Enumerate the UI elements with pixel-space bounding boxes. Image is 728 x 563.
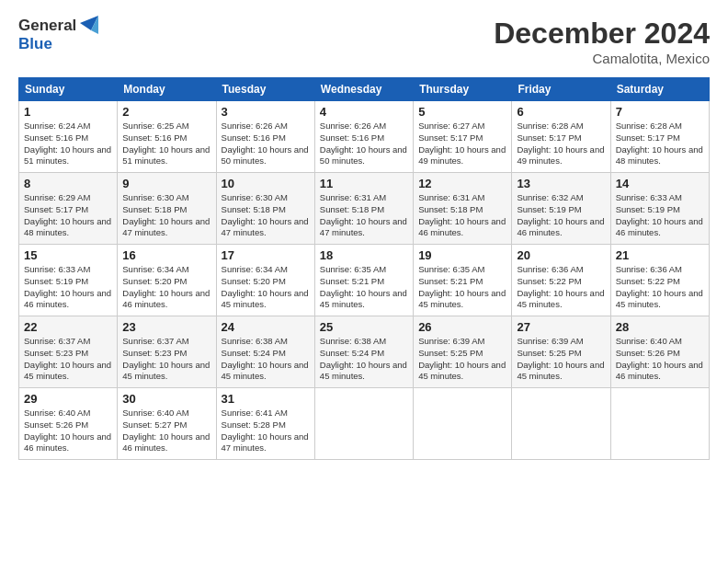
table-row: 25 Sunrise: 6:38 AMSunset: 5:24 PMDaylig… <box>314 316 413 388</box>
table-row <box>610 388 709 460</box>
calendar-week-row: 29 Sunrise: 6:40 AMSunset: 5:26 PMDaylig… <box>19 388 710 460</box>
day-info: Sunrise: 6:37 AMSunset: 5:23 PMDaylight:… <box>24 336 112 383</box>
day-number: 31 <box>222 392 310 406</box>
day-number: 12 <box>418 177 506 190</box>
table-row: 24 Sunrise: 6:38 AMSunset: 5:24 PMDaylig… <box>216 316 314 388</box>
table-row: 11 Sunrise: 6:31 AMSunset: 5:18 PMDaylig… <box>314 173 413 245</box>
day-number: 18 <box>320 248 408 262</box>
day-number: 11 <box>320 177 408 190</box>
day-number: 24 <box>222 320 310 334</box>
calendar-table: Sunday Monday Tuesday Wednesday Thursday… <box>18 77 710 460</box>
table-row <box>512 388 610 460</box>
day-info: Sunrise: 6:35 AMSunset: 5:21 PMDaylight:… <box>320 264 408 311</box>
day-info: Sunrise: 6:34 AMSunset: 5:20 PMDaylight:… <box>122 264 210 311</box>
calendar-subtitle: Camalotita, Mexico <box>494 51 710 66</box>
table-row: 8 Sunrise: 6:29 AMSunset: 5:17 PMDayligh… <box>19 173 118 245</box>
day-info: Sunrise: 6:32 AMSunset: 5:19 PMDaylight:… <box>517 192 605 239</box>
table-row: 28 Sunrise: 6:40 AMSunset: 5:26 PMDaylig… <box>610 316 709 388</box>
table-row: 20 Sunrise: 6:36 AMSunset: 5:22 PMDaylig… <box>512 245 610 316</box>
day-info: Sunrise: 6:39 AMSunset: 5:25 PMDaylight:… <box>517 336 605 383</box>
day-info: Sunrise: 6:38 AMSunset: 5:24 PMDaylight:… <box>320 336 408 383</box>
day-info: Sunrise: 6:33 AMSunset: 5:19 PMDaylight:… <box>24 264 112 311</box>
day-info: Sunrise: 6:29 AMSunset: 5:17 PMDaylight:… <box>24 192 112 239</box>
col-thursday: Thursday <box>414 78 512 101</box>
table-row: 1 Sunrise: 6:24 AMSunset: 5:16 PMDayligh… <box>19 101 118 173</box>
table-row <box>314 388 413 460</box>
day-number: 22 <box>24 320 112 334</box>
day-number: 6 <box>517 105 605 119</box>
day-info: Sunrise: 6:36 AMSunset: 5:22 PMDaylight:… <box>616 264 704 311</box>
day-info: Sunrise: 6:30 AMSunset: 5:18 PMDaylight:… <box>222 192 310 239</box>
title-block: December 2024 Camalotita, Mexico <box>494 17 710 66</box>
calendar-header-row: Sunday Monday Tuesday Wednesday Thursday… <box>19 78 710 101</box>
header: General Blue December 2024 Camalotita, M… <box>18 17 710 66</box>
day-number: 14 <box>616 177 704 190</box>
table-row: 3 Sunrise: 6:26 AMSunset: 5:16 PMDayligh… <box>216 101 314 173</box>
day-number: 29 <box>24 392 112 406</box>
day-number: 1 <box>24 105 112 119</box>
day-info: Sunrise: 6:33 AMSunset: 5:19 PMDaylight:… <box>616 192 704 239</box>
day-number: 5 <box>418 105 506 119</box>
day-info: Sunrise: 6:28 AMSunset: 5:17 PMDaylight:… <box>517 121 605 167</box>
calendar-week-row: 15 Sunrise: 6:33 AMSunset: 5:19 PMDaylig… <box>19 245 710 316</box>
logo: General Blue <box>18 17 98 52</box>
calendar-week-row: 22 Sunrise: 6:37 AMSunset: 5:23 PMDaylig… <box>19 316 710 388</box>
calendar-title: December 2024 <box>494 17 710 51</box>
day-number: 3 <box>222 105 310 119</box>
day-number: 16 <box>122 248 210 262</box>
table-row: 26 Sunrise: 6:39 AMSunset: 5:25 PMDaylig… <box>414 316 512 388</box>
day-number: 4 <box>320 105 408 119</box>
day-info: Sunrise: 6:38 AMSunset: 5:24 PMDaylight:… <box>222 336 310 383</box>
table-row: 2 Sunrise: 6:25 AMSunset: 5:16 PMDayligh… <box>118 101 216 173</box>
page: General Blue December 2024 Camalotita, M… <box>0 0 728 563</box>
day-info: Sunrise: 6:40 AMSunset: 5:26 PMDaylight:… <box>616 336 704 383</box>
day-number: 10 <box>222 177 310 190</box>
day-info: Sunrise: 6:26 AMSunset: 5:16 PMDaylight:… <box>320 121 408 167</box>
table-row: 16 Sunrise: 6:34 AMSunset: 5:20 PMDaylig… <box>118 245 216 316</box>
day-number: 30 <box>122 392 210 406</box>
day-number: 27 <box>517 320 605 334</box>
table-row: 5 Sunrise: 6:27 AMSunset: 5:17 PMDayligh… <box>414 101 512 173</box>
logo-bird-icon <box>78 14 98 49</box>
day-number: 13 <box>517 177 605 190</box>
day-info: Sunrise: 6:30 AMSunset: 5:18 PMDaylight:… <box>122 192 210 239</box>
day-info: Sunrise: 6:25 AMSunset: 5:16 PMDaylight:… <box>122 121 210 167</box>
day-number: 23 <box>122 320 210 334</box>
table-row: 23 Sunrise: 6:37 AMSunset: 5:23 PMDaylig… <box>118 316 216 388</box>
day-number: 7 <box>616 105 704 119</box>
table-row: 22 Sunrise: 6:37 AMSunset: 5:23 PMDaylig… <box>19 316 118 388</box>
table-row <box>414 388 512 460</box>
day-info: Sunrise: 6:24 AMSunset: 5:16 PMDaylight:… <box>24 121 112 167</box>
table-row: 9 Sunrise: 6:30 AMSunset: 5:18 PMDayligh… <box>118 173 216 245</box>
table-row: 21 Sunrise: 6:36 AMSunset: 5:22 PMDaylig… <box>610 245 709 316</box>
table-row: 7 Sunrise: 6:28 AMSunset: 5:17 PMDayligh… <box>610 101 709 173</box>
day-number: 2 <box>122 105 210 119</box>
day-info: Sunrise: 6:28 AMSunset: 5:17 PMDaylight:… <box>616 121 704 167</box>
day-info: Sunrise: 6:27 AMSunset: 5:17 PMDaylight:… <box>418 121 506 167</box>
day-info: Sunrise: 6:40 AMSunset: 5:26 PMDaylight:… <box>24 408 112 454</box>
day-number: 21 <box>616 248 704 262</box>
col-saturday: Saturday <box>610 78 709 101</box>
day-info: Sunrise: 6:35 AMSunset: 5:21 PMDaylight:… <box>418 264 506 311</box>
day-info: Sunrise: 6:36 AMSunset: 5:22 PMDaylight:… <box>517 264 605 311</box>
day-number: 28 <box>616 320 704 334</box>
table-row: 13 Sunrise: 6:32 AMSunset: 5:19 PMDaylig… <box>512 173 610 245</box>
table-row: 30 Sunrise: 6:40 AMSunset: 5:27 PMDaylig… <box>118 388 216 460</box>
day-number: 25 <box>320 320 408 334</box>
table-row: 29 Sunrise: 6:40 AMSunset: 5:26 PMDaylig… <box>19 388 118 460</box>
day-info: Sunrise: 6:31 AMSunset: 5:18 PMDaylight:… <box>418 192 506 239</box>
day-info: Sunrise: 6:41 AMSunset: 5:28 PMDaylight:… <box>222 408 310 454</box>
table-row: 27 Sunrise: 6:39 AMSunset: 5:25 PMDaylig… <box>512 316 610 388</box>
table-row: 19 Sunrise: 6:35 AMSunset: 5:21 PMDaylig… <box>414 245 512 316</box>
calendar-week-row: 8 Sunrise: 6:29 AMSunset: 5:17 PMDayligh… <box>19 173 710 245</box>
table-row: 18 Sunrise: 6:35 AMSunset: 5:21 PMDaylig… <box>314 245 413 316</box>
table-row: 6 Sunrise: 6:28 AMSunset: 5:17 PMDayligh… <box>512 101 610 173</box>
day-info: Sunrise: 6:34 AMSunset: 5:20 PMDaylight:… <box>222 264 310 311</box>
day-number: 19 <box>418 248 506 262</box>
day-number: 20 <box>517 248 605 262</box>
day-info: Sunrise: 6:39 AMSunset: 5:25 PMDaylight:… <box>418 336 506 383</box>
day-number: 8 <box>24 177 112 190</box>
table-row: 14 Sunrise: 6:33 AMSunset: 5:19 PMDaylig… <box>610 173 709 245</box>
col-friday: Friday <box>512 78 610 101</box>
day-info: Sunrise: 6:40 AMSunset: 5:27 PMDaylight:… <box>122 408 210 454</box>
